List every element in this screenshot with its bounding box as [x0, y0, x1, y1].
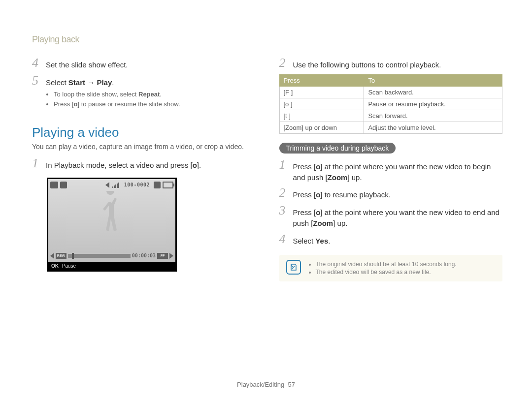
bold: Play — [97, 78, 112, 87]
text: Press [ — [54, 100, 73, 108]
step-text: Press [o] to resume playback. — [293, 186, 391, 200]
step-number: 2 — [279, 186, 288, 199]
text: . — [328, 237, 330, 245]
bold: Zoom — [313, 219, 333, 227]
camera-viewport: 100-0002 REW 00:00:03 FF — [48, 179, 175, 262]
text: ] up. — [347, 173, 362, 182]
right-column: 2 Use the following buttons to control p… — [279, 57, 503, 281]
bold: Start — [68, 78, 85, 87]
step-text: In Playback mode, select a video and pre… — [46, 157, 201, 171]
movie-icon — [60, 182, 67, 188]
bold: [Zoom] up or down — [284, 124, 337, 131]
cell-press: [t ] — [279, 110, 364, 122]
step-number: 3 — [279, 204, 288, 217]
text: ] to resume playback. — [320, 190, 391, 199]
step-text: Set the slide show effect. — [46, 57, 128, 70]
cell-press: [o ] — [279, 98, 364, 110]
table-row: [Zoom] up or down Adjust the volume leve… — [279, 122, 502, 133]
controls-table: Press To [F ] Scan backward. [o ] Pause … — [279, 74, 503, 134]
volume-icon — [105, 182, 109, 188]
cell-to: Scan forward. — [364, 110, 502, 122]
footer-page: 57 — [288, 381, 295, 388]
step-4: 4 Set the slide show effect. — [32, 57, 256, 70]
cell-press: [Zoom] up or down — [279, 122, 364, 133]
text: In Playback mode, select a video and pre… — [46, 161, 193, 169]
key: o — [316, 208, 320, 216]
step-1: 1 Press [o] at the point where you want … — [279, 158, 503, 183]
key: o — [193, 161, 197, 169]
sub-bullet: Press [o] to pause or resume the slide s… — [54, 100, 180, 109]
camera-top-bar: 100-0002 — [48, 179, 175, 191]
cell-to: Scan backward. — [364, 86, 502, 98]
left-column: 4 Set the slide show effect. 5 Select St… — [32, 57, 256, 281]
section-title: Playing a video — [32, 125, 256, 140]
cell-to: Pause or resume playback. — [364, 98, 502, 110]
text: Press [ — [293, 162, 316, 171]
step-number: 2 — [279, 57, 288, 69]
step-3: 3 Press [o] at the point where you want … — [279, 204, 503, 229]
right-steps-b: 1 Press [o] at the point where you want … — [279, 158, 503, 247]
text: To loop the slide show, select — [54, 91, 138, 98]
th-press: Press — [279, 74, 364, 86]
text: Select — [46, 78, 68, 87]
cell-to: Adjust the volume level. — [364, 122, 502, 133]
step-number: 4 — [32, 57, 41, 69]
ff-label: FF — [157, 253, 168, 259]
camera-screen-figure: 100-0002 REW 00:00:03 FF — [47, 178, 177, 272]
left-steps-a: 4 Set the slide show effect. 5 Select St… — [32, 57, 256, 110]
cell-press: [F ] — [279, 86, 364, 98]
step-2: 2 Use the following buttons to control p… — [279, 57, 503, 70]
step-text: Press [o] at the point where you want th… — [293, 204, 503, 229]
step-number: 1 — [32, 157, 41, 170]
text: ]. — [197, 161, 201, 169]
play-mode-icon — [50, 182, 58, 188]
text: Select — [293, 237, 316, 245]
step-number: 1 — [279, 158, 288, 171]
section-intro: You can play a video, capture an image f… — [32, 142, 256, 152]
bold: Yes — [315, 237, 328, 245]
arrow: → — [85, 78, 97, 87]
camera-bottom-bar: REW 00:00:03 FF — [48, 250, 175, 262]
note-box: The original video should be at least 10… — [279, 255, 503, 281]
note-list: The original video should be at least 10… — [308, 261, 457, 277]
text: ] at the point where you want the new vi… — [293, 162, 491, 182]
right-steps-a: 2 Use the following buttons to control p… — [279, 57, 503, 70]
table-row: [F ] Scan backward. — [279, 86, 502, 98]
footer-section: Playback/Editing — [237, 381, 284, 388]
step-5: 5 Select Start → Play. To loop the slide… — [32, 74, 256, 110]
timecode: 00:00:03 — [132, 253, 156, 258]
text: Press [ — [293, 190, 316, 199]
rew-label: REW — [56, 253, 66, 259]
step-text: Press [o] at the point where you want th… — [293, 158, 503, 183]
step-text: Select Yes. — [293, 233, 331, 247]
card-icon — [154, 182, 161, 188]
file-counter: 100-0002 — [124, 182, 150, 187]
text: . — [160, 91, 162, 98]
sub-bullets: To loop the slide show, select Repeat. P… — [46, 90, 180, 110]
step-4: 4 Select Yes. — [279, 233, 503, 247]
step-number: 5 — [32, 74, 41, 87]
table-row: [t ] Scan forward. — [279, 110, 502, 122]
key: o — [316, 190, 320, 199]
th-to: To — [364, 74, 502, 86]
volume-bars-icon — [112, 182, 119, 188]
person-silhouette — [95, 191, 129, 247]
ok-action-label: Pause — [62, 263, 76, 269]
bold: Repeat — [138, 91, 160, 98]
note-icon — [286, 260, 301, 275]
text: . — [112, 78, 114, 87]
bold: Zoom — [328, 173, 348, 182]
step-number: 4 — [279, 233, 288, 246]
left-steps-b: 1 In Playback mode, select a video and p… — [32, 157, 256, 171]
step-text: Use the following buttons to control pla… — [293, 57, 441, 70]
note-item: The edited video will be saved as a new … — [316, 269, 457, 276]
progress-bar — [68, 254, 131, 258]
step-text: Select Start → Play. To loop the slide s… — [46, 74, 180, 110]
breadcrumb: Playing back — [32, 34, 502, 45]
battery-icon — [163, 182, 173, 188]
key: o — [316, 162, 320, 171]
step-1: 1 In Playback mode, select a video and p… — [32, 157, 256, 171]
text: Press [ — [293, 208, 316, 216]
sub-bullet: To loop the slide show, select Repeat. — [54, 90, 180, 99]
subsection-pill: Trimming a video during playback — [279, 143, 396, 154]
